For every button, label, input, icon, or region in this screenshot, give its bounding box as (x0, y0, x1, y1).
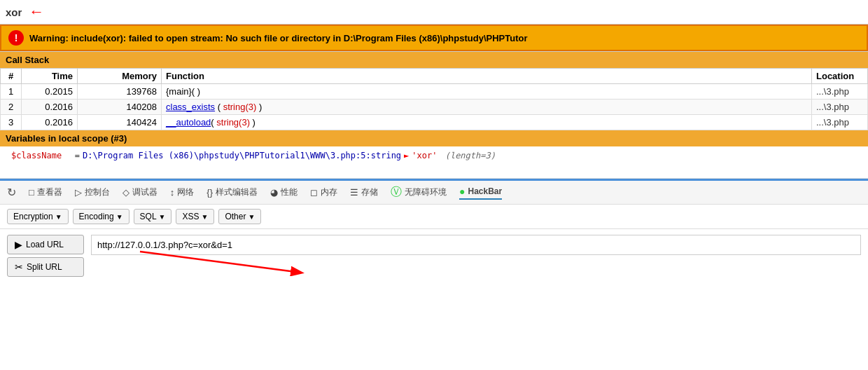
devtools-accessibility[interactable]: Ⓥ 无障碍环境 (391, 185, 447, 200)
callstack-table: # Time Memory Function Location 1 0.2015… (0, 68, 868, 130)
style-editor-icon: {} (206, 187, 213, 198)
row3-num: 3 (1, 115, 22, 130)
other-arrow: ▼ (248, 213, 255, 221)
sql-menu[interactable]: SQL ▼ (134, 209, 172, 224)
network-icon: ↕ (170, 187, 175, 198)
row1-num: 1 (1, 84, 22, 100)
split-url-button[interactable]: ✂ Split URL (7, 257, 84, 277)
storage-icon: ☰ (350, 187, 358, 198)
devtools-hackbar[interactable]: ● HackBar (459, 186, 502, 200)
var-name: $className (11, 151, 62, 160)
xss-menu[interactable]: XSS ▼ (176, 209, 214, 224)
memory-icon: ◻ (310, 187, 318, 198)
hackbar-icon: ● (459, 186, 465, 197)
row1-loc: ...\3.php (812, 84, 868, 100)
xss-label: XSS (182, 212, 199, 221)
network-label: 网络 (177, 186, 194, 198)
row3-loc: ...\3.php (812, 115, 868, 130)
row1-func: {main}( ) (162, 84, 812, 100)
col-num: # (1, 69, 22, 84)
devtools-debugger[interactable]: ◇ 调试器 (122, 186, 158, 198)
row2-time: 0.2016 (22, 100, 78, 115)
col-memory: Memory (78, 69, 162, 84)
devtools-console[interactable]: ▷ 控制台 (75, 186, 110, 198)
devtools-performance[interactable]: ◕ 性能 (270, 186, 298, 198)
class-exists-link[interactable]: class_exists (166, 102, 215, 112)
encryption-arrow: ▼ (55, 213, 62, 221)
warning-icon: ! (8, 30, 24, 46)
accessibility-icon: Ⓥ (391, 185, 402, 200)
col-location: Location (812, 69, 868, 84)
table-row: 2 0.2016 140208 class_exists ( string(3)… (1, 100, 868, 115)
load-url-label: Load URL (26, 240, 64, 249)
sql-label: SQL (140, 212, 157, 221)
style-editor-label: 样式编辑器 (216, 186, 258, 198)
svg-line-0 (140, 252, 301, 273)
encoding-menu[interactable]: Encoding ▼ (73, 209, 130, 224)
callstack-header: Call Stack (0, 51, 868, 68)
row1-time: 0.2015 (22, 84, 78, 100)
inspector-icon: □ (29, 187, 34, 198)
sql-arrow: ▼ (159, 213, 166, 221)
console-icon: ▷ (75, 187, 82, 198)
debugger-icon: ◇ (122, 187, 130, 198)
row1-memory: 139768 (78, 84, 162, 100)
performance-label: 性能 (281, 186, 298, 198)
devtools-inspector[interactable]: □ 查看器 (29, 186, 62, 198)
debugger-label: 调试器 (132, 186, 158, 198)
variables-header: Variables in local scope (#3) (0, 130, 868, 146)
url-buttons-group: ▶ Load URL ✂ Split URL (7, 235, 84, 277)
warning-bar: ! Warning: include(xor): failed to open … (0, 25, 868, 51)
var-meta: (length=3) (440, 151, 495, 160)
encryption-label: Encryption (13, 212, 53, 221)
col-function: Function (162, 69, 812, 84)
red-triangle-var: ► (404, 151, 409, 160)
row2-num: 2 (1, 100, 22, 115)
devtools-style-editor[interactable]: {} 样式编辑器 (206, 186, 258, 198)
url-section: ▶ Load URL ✂ Split URL (0, 229, 868, 282)
inspector-label: 查看器 (37, 186, 62, 198)
var-equals: = (64, 151, 80, 160)
hackbar-label: HackBar (468, 186, 503, 196)
col-time: Time (22, 69, 78, 84)
row2-loc: ...\3.php (812, 100, 868, 115)
row3-func: __autoload( string(3) ) (162, 115, 812, 130)
split-url-icon: ✂ (15, 261, 23, 273)
spacer (0, 165, 868, 179)
console-label: 控制台 (85, 186, 110, 198)
url-input-area (91, 235, 861, 255)
hackbar-toolbar: Encryption ▼ Encoding ▼ SQL ▼ XSS ▼ Othe… (0, 205, 868, 229)
devtools-storage[interactable]: ☰ 存储 (350, 186, 378, 198)
row3-memory: 140424 (78, 115, 162, 130)
red-arrow-url (133, 248, 343, 276)
encryption-menu[interactable]: Encryption ▼ (7, 209, 69, 224)
row2-func: class_exists ( string(3) ) (162, 100, 812, 115)
devtools-bar: ↻ □ 查看器 ▷ 控制台 ◇ 调试器 ↕ 网络 {} 样式编辑器 ◕ 性能 ◻… (0, 179, 868, 205)
encoding-arrow: ▼ (116, 213, 123, 221)
xss-arrow: ▼ (202, 213, 209, 221)
table-row: 1 0.2015 139768 {main}( ) ...\3.php (1, 84, 868, 100)
load-url-button[interactable]: ▶ Load URL (7, 235, 84, 254)
devtools-memory[interactable]: ◻ 内存 (310, 186, 337, 198)
memory-label: 内存 (321, 186, 337, 198)
load-url-icon: ▶ (15, 239, 22, 250)
storage-label: 存储 (361, 186, 378, 198)
var-value: 'xor' (412, 151, 437, 160)
encoding-label: Encoding (79, 212, 114, 221)
top-bar: xor ← (0, 0, 868, 25)
performance-icon: ◕ (270, 187, 278, 198)
red-arrow-top: ← (29, 3, 44, 21)
page-title: xor (6, 6, 22, 18)
warning-text: Warning: include(xor): failed to open st… (29, 33, 527, 43)
devtools-network[interactable]: ↕ 网络 (170, 186, 195, 198)
variables-row: $className = D:\Program Files (x86)\phps… (0, 146, 868, 165)
other-menu[interactable]: Other ▼ (218, 209, 261, 224)
table-row: 3 0.2016 140424 __autoload( string(3) ) … (1, 115, 868, 130)
row2-memory: 140208 (78, 100, 162, 115)
devtools-refresh-icon[interactable]: ↻ (7, 186, 16, 199)
other-label: Other (225, 212, 246, 221)
autoload-link[interactable]: __autoload (166, 117, 211, 128)
accessibility-label: 无障碍环境 (405, 186, 447, 198)
var-path: D:\Program Files (x86)\phpstudy\PHPTutor… (83, 151, 401, 160)
split-url-label: Split URL (27, 262, 62, 272)
